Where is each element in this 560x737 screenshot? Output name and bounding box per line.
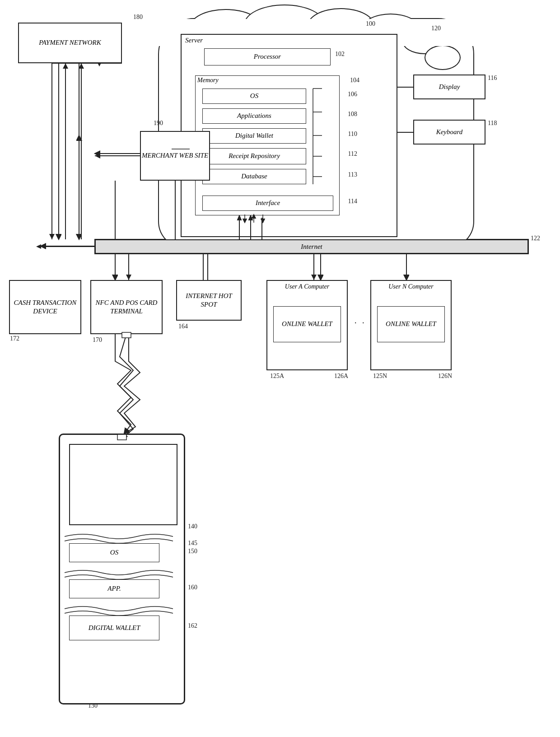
ref-160: 160 xyxy=(188,584,197,591)
ref-114: 114 xyxy=(348,198,357,205)
online-wallet-a-label: ONLINE WALLET xyxy=(282,320,332,329)
payment-network-box: PAYMENT NETWORK xyxy=(18,23,122,63)
internet-label: Internet xyxy=(301,243,322,251)
ref-106: 106 xyxy=(348,91,357,98)
digital-wallet-label: Digital Wallet xyxy=(235,131,273,140)
ref-110: 110 xyxy=(348,131,357,138)
ref-125a: 125A xyxy=(270,373,284,380)
internet-hot-spot-label: INTERNET HOT SPOT xyxy=(177,292,241,309)
mobile-screen xyxy=(69,444,177,525)
os-mobile-box: OS xyxy=(69,543,159,562)
internet-hot-spot-box: INTERNET HOT SPOT xyxy=(176,280,242,321)
ref-162: 162 xyxy=(188,622,197,630)
os-label: OS xyxy=(250,92,258,101)
cash-transaction-device-box: CASH TRANSACTION DEVICE xyxy=(9,280,81,334)
applications-label: Applications xyxy=(237,112,271,121)
ref-102: 102 xyxy=(335,51,345,58)
digital-wallet-mobile-box: DIGITAL WALLET xyxy=(69,616,159,640)
mobile-device-box: 140 OS 145 150 APP. 160 DIGITAL WALLET 1… xyxy=(59,434,185,704)
ref-100: 100 xyxy=(366,20,375,28)
ref-145: 145 xyxy=(188,540,197,547)
ref-125n: 125N xyxy=(373,373,387,380)
database-label: Database xyxy=(241,172,267,181)
user-a-label: User A Computer xyxy=(270,283,345,290)
receipt-repo-label: Receipt Repository xyxy=(229,152,280,161)
cash-transaction-device-label: CASH TRANSACTION DEVICE xyxy=(10,299,80,316)
merchant-web-site-box: MERCHANT WEB SITE xyxy=(140,131,210,181)
display-label: Display xyxy=(439,83,460,92)
display-box: Display xyxy=(413,75,485,99)
ref-164: 164 xyxy=(178,323,188,330)
nfc-pos-label: NFC AND POS CARD TERMINAL xyxy=(91,299,162,316)
keyboard-box: Keyboard xyxy=(413,120,485,145)
user-n-computer-box: User N Computer ONLINE WALLET xyxy=(370,280,452,370)
interface-label: Interface xyxy=(256,199,280,208)
merchant-web-site-label: MERCHANT WEB SITE xyxy=(142,151,208,160)
user-a-computer-box: User A Computer ONLINE WALLET xyxy=(266,280,348,370)
ref-172: 172 xyxy=(10,335,19,342)
ref-116: 116 xyxy=(488,75,497,82)
ref-112: 112 xyxy=(348,150,357,158)
ref-150: 150 xyxy=(188,548,197,555)
ref-126n: 126N xyxy=(438,373,452,380)
processor-label: Processor xyxy=(254,52,281,61)
ref-104: 104 xyxy=(350,77,359,84)
online-wallet-n-label: ONLINE WALLET xyxy=(386,320,436,329)
app-mobile-label: APP. xyxy=(107,584,121,593)
ref-130: 130 xyxy=(88,702,98,709)
ref-190: 190 xyxy=(154,120,163,127)
ref-122: 122 xyxy=(531,235,540,242)
ref-126a: 126A xyxy=(334,373,348,380)
keyboard-label: Keyboard xyxy=(436,128,463,137)
app-mobile-box: APP. xyxy=(69,579,159,598)
ref-120: 120 xyxy=(431,25,441,32)
user-n-label: User N Computer xyxy=(373,283,448,290)
nfc-pos-terminal-box: NFC AND POS CARD TERMINAL xyxy=(90,280,163,334)
memory-label: Memory xyxy=(197,77,219,84)
payment-network-label: PAYMENT NETWORK xyxy=(39,38,101,47)
ref-108: 108 xyxy=(348,111,357,118)
ref-180: 180 xyxy=(133,14,143,21)
server-label: Server xyxy=(185,37,203,44)
internet-bar: Internet xyxy=(95,239,528,254)
ref-113: 113 xyxy=(348,171,357,178)
os-mobile-label: OS xyxy=(110,548,118,557)
ref-118: 118 xyxy=(488,120,497,127)
ref-170: 170 xyxy=(93,336,102,344)
ref-140: 140 xyxy=(188,523,197,530)
digital-wallet-mobile-label: DIGITAL WALLET xyxy=(89,624,140,633)
svg-marker-49 xyxy=(36,244,41,249)
